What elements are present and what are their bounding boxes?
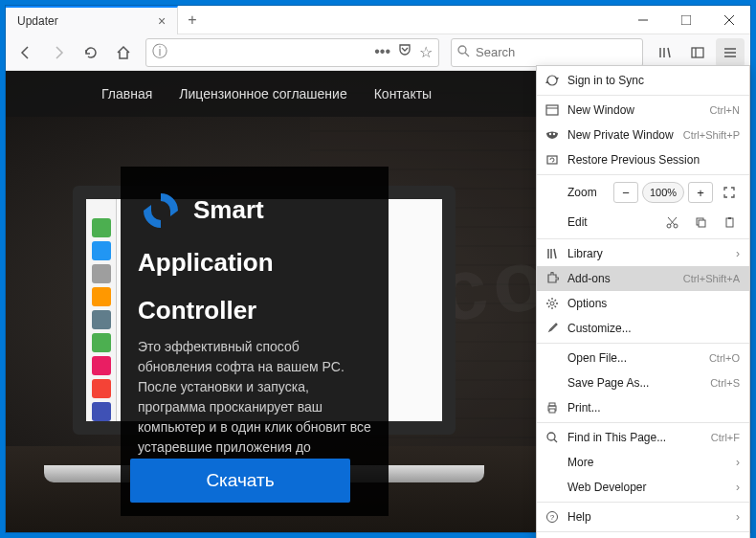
menu-sign-in[interactable]: Sign in to Sync (537, 68, 749, 93)
window-controls (621, 6, 750, 34)
nav-license[interactable]: Лицензионное соглашение (179, 86, 346, 101)
library-button[interactable] (651, 38, 679, 67)
gear-icon (545, 297, 560, 310)
menu-save-page[interactable]: Save Page As... Ctrl+S (537, 370, 749, 395)
download-button[interactable]: Скачать (130, 459, 350, 503)
app-menu: Sign in to Sync New Window Ctrl+N New Pr… (536, 65, 750, 538)
nav-contacts[interactable]: Контакты (374, 86, 432, 101)
svg-line-33 (554, 249, 556, 258)
print-icon (545, 401, 560, 415)
restore-icon (545, 153, 560, 167)
brand-name: Smart (193, 196, 264, 225)
svg-marker-16 (555, 78, 559, 80)
hero-title-2: Controller (138, 297, 371, 325)
url-bar[interactable]: ⓘ ••• ☆ (145, 38, 439, 67)
sync-icon (545, 74, 560, 87)
svg-line-39 (554, 439, 557, 442)
close-button[interactable] (707, 6, 750, 34)
library-icon (545, 247, 560, 260)
svg-point-38 (547, 433, 555, 440)
menu-new-window[interactable]: New Window Ctrl+N (537, 98, 749, 123)
chevron-right-icon: › (736, 247, 740, 260)
menu-options[interactable]: Options (537, 291, 749, 316)
svg-point-20 (549, 133, 551, 135)
puzzle-icon (545, 272, 560, 285)
info-icon[interactable]: ⓘ (152, 42, 167, 62)
new-tab-button[interactable]: + (178, 6, 207, 34)
svg-rect-29 (726, 218, 733, 227)
svg-rect-18 (546, 105, 558, 115)
pocket-icon[interactable] (398, 43, 411, 61)
cut-button[interactable] (659, 212, 684, 233)
menu-button[interactable] (716, 38, 745, 67)
svg-point-21 (553, 133, 555, 135)
search-bar[interactable] (451, 38, 643, 67)
svg-marker-17 (545, 80, 549, 83)
svg-point-4 (458, 46, 466, 54)
forward-button[interactable] (44, 38, 73, 67)
svg-line-5 (465, 53, 469, 56)
zoom-level[interactable]: 100% (642, 182, 684, 203)
copy-button[interactable] (688, 212, 713, 233)
hero-title-1: Application (138, 249, 371, 278)
svg-rect-1 (681, 15, 691, 25)
nav-home[interactable]: Главная (101, 86, 152, 101)
chevron-right-icon: › (736, 510, 740, 524)
search-icon (457, 44, 470, 61)
menu-more[interactable]: More › (537, 450, 749, 475)
chevron-right-icon: › (736, 481, 740, 494)
fullscreen-button[interactable] (717, 182, 742, 203)
zoom-out-button[interactable]: − (613, 182, 638, 203)
bookmark-icon[interactable]: ☆ (419, 43, 433, 61)
chevron-right-icon: › (736, 456, 740, 469)
svg-rect-28 (699, 220, 705, 227)
close-icon[interactable]: × (154, 13, 169, 29)
svg-text:?: ? (550, 513, 555, 522)
menu-find[interactable]: Find in This Page... Ctrl+F (537, 425, 749, 450)
svg-rect-37 (549, 409, 555, 413)
mask-icon (545, 128, 560, 142)
titlebar: Updater × + (6, 6, 750, 34)
svg-line-8 (668, 48, 670, 57)
menu-print[interactable]: Print... (537, 395, 749, 420)
home-button[interactable] (109, 38, 138, 67)
menu-web-developer[interactable]: Web Developer › (537, 475, 749, 500)
search-icon (545, 431, 560, 444)
hero-description: Это эффективный способ обновления софта … (138, 337, 371, 478)
menu-zoom: Zoom − 100% + (537, 177, 749, 208)
window-icon (545, 103, 560, 117)
maximize-button[interactable] (664, 6, 707, 34)
minimize-button[interactable] (621, 6, 664, 34)
back-button[interactable] (11, 38, 40, 67)
sidebar-button[interactable] (683, 38, 712, 67)
svg-rect-30 (728, 217, 731, 219)
menu-addons[interactable]: Add-ons Ctrl+Shift+A (537, 266, 749, 291)
menu-new-private[interactable]: New Private Window Ctrl+Shift+P (537, 123, 749, 147)
search-input[interactable] (476, 45, 636, 59)
svg-rect-36 (549, 403, 555, 406)
menu-customize[interactable]: Customize... (537, 316, 749, 341)
svg-point-34 (550, 302, 554, 305)
svg-rect-9 (692, 48, 703, 57)
menu-restore-session[interactable]: Restore Previous Session (537, 147, 749, 172)
more-icon[interactable]: ••• (374, 43, 390, 61)
paste-button[interactable] (717, 212, 742, 233)
menu-edit: Edit (537, 208, 749, 236)
zoom-in-button[interactable]: + (688, 182, 713, 203)
browser-tab[interactable]: Updater × (6, 6, 178, 34)
brush-icon (545, 322, 560, 335)
tab-title: Updater (17, 14, 148, 28)
menu-library[interactable]: Library › (537, 241, 749, 266)
reload-button[interactable] (77, 38, 105, 67)
menu-exit[interactable]: Exit Ctrl+Shift+Q (537, 534, 749, 538)
logo-icon (138, 188, 184, 234)
help-icon: ? (545, 510, 560, 524)
menu-help[interactable]: ? Help › (537, 504, 749, 529)
menu-open-file[interactable]: Open File... Ctrl+O (537, 346, 749, 370)
svg-rect-22 (547, 156, 557, 164)
